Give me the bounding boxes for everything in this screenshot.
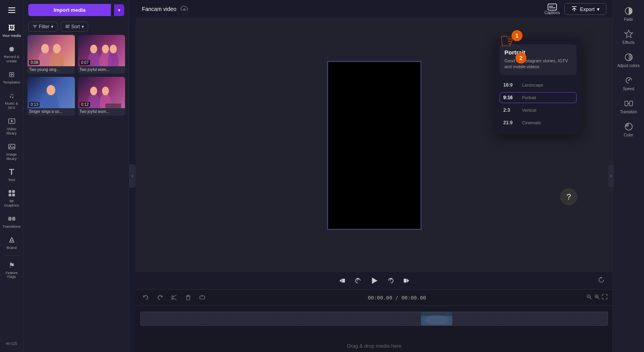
media-grid: 0:08 Two young sing... 0:07 Two joy [24, 35, 129, 116]
right-tool-color[interactable]: Color [615, 119, 643, 140]
media-label-1: Two young sing... [27, 66, 75, 74]
aspect-ratio-panel: Portrait Good for Instagram stories, IGT… [495, 38, 581, 134]
media-label-3: Singer sings a so... [27, 108, 75, 116]
filter-label: Filter [39, 24, 49, 29]
filter-icon [33, 24, 37, 29]
sidebar-item-transitions[interactable]: Transitions [0, 211, 23, 232]
sort-chevron-icon: ▾ [82, 24, 84, 29]
undo-button[interactable] [140, 292, 151, 303]
panel-collapse-button[interactable]: ‹ [129, 164, 136, 188]
svg-marker-48 [407, 279, 409, 283]
svg-marker-41 [339, 279, 342, 283]
svg-marker-1 [11, 120, 13, 122]
import-media-arrow[interactable]: ▾ [114, 4, 124, 16]
sidebar-item-video-library[interactable]: Video library [0, 114, 23, 138]
drag-handle: ☞ [421, 325, 426, 326]
aspect-option-2-3[interactable]: 2:3 Vertical [500, 105, 577, 116]
svg-point-21 [53, 44, 61, 53]
captions-button[interactable]: Captions [544, 4, 560, 15]
aspect-option-21-9[interactable]: 21:9 Cinematic [500, 117, 577, 128]
aspect-ratio-2-3-desc: Vertical [522, 108, 536, 112]
svg-point-31 [90, 87, 97, 95]
svg-point-76 [628, 80, 629, 81]
music-sfx-icon: ♫ [7, 91, 16, 100]
aspect-option-16-9[interactable]: 16:9 Landscape [500, 80, 577, 91]
sidebar-label-feature-flags: FeatureFlags [5, 271, 18, 279]
svg-rect-8 [8, 217, 11, 221]
media-thumb-1[interactable]: 0:08 Two young sing... [27, 35, 75, 74]
aspect-option-9-16[interactable]: 9:16 Portrait [500, 92, 577, 103]
sidebar-item-templates[interactable]: ⊞ Templates [0, 67, 23, 87]
sidebar-label-record-create: Record & create [2, 54, 22, 63]
help-button[interactable]: ? [560, 188, 577, 205]
sort-label: Sort [71, 24, 80, 29]
svg-point-72 [425, 315, 448, 325]
time-display: 00:00.00 / 00:00.00 [211, 295, 583, 301]
forward-5s-button[interactable]: 5 [387, 277, 395, 285]
svg-line-55 [173, 295, 176, 297]
media-thumb-3[interactable]: 0:13 Singer sings a so... [27, 77, 75, 116]
total-time: 00:00.00 [401, 295, 426, 301]
export-button[interactable]: Export ▾ [564, 3, 606, 15]
right-tool-speed[interactable]: Speed [615, 73, 643, 94]
sidebar-item-brand-kit[interactable]: Brand [0, 232, 23, 253]
drag-drop-text: Drag & drop media here [347, 343, 401, 349]
redo-button[interactable] [154, 292, 165, 303]
effects-label: Effects [622, 40, 634, 45]
sort-button[interactable]: Sort ▾ [61, 22, 88, 32]
fit-to-window-button[interactable] [602, 294, 608, 301]
svg-rect-2 [9, 144, 15, 149]
right-tool-effects[interactable]: Effects [615, 26, 643, 48]
speed-icon [624, 76, 633, 85]
aspect-ratio-16-9-desc: Landscape [522, 83, 543, 87]
add-to-timeline-button[interactable] [197, 292, 208, 303]
track-background[interactable]: ☞ [140, 312, 608, 326]
svg-rect-4 [9, 190, 11, 193]
svg-text:5: 5 [357, 279, 358, 282]
color-label: Color [624, 133, 633, 137]
graphics-icon [7, 189, 16, 198]
cut-button[interactable] [169, 292, 180, 303]
rewind-5s-button[interactable]: 5 [354, 277, 362, 285]
video-canvas [327, 61, 421, 230]
time-separator: / [395, 295, 402, 301]
media-thumb-4[interactable]: 0:12 Two joyful wom... [78, 77, 125, 116]
sidebar-item-graphics[interactable]: 88 Graphics [0, 186, 23, 210]
play-button[interactable] [370, 276, 379, 285]
duration-badge-3: 0:13 [29, 102, 40, 107]
import-media-button[interactable]: Import media [28, 4, 111, 16]
media-label-4: Two joyful wom... [78, 108, 125, 116]
transition-label: Transition [620, 110, 637, 114]
feature-flags-icon: ⚑ [7, 261, 16, 270]
sidebar-item-music-sfx[interactable]: ♫ Music & SFX [0, 88, 23, 113]
delete-button[interactable] [183, 292, 194, 303]
svg-point-19 [41, 44, 49, 53]
zoom-controls [586, 294, 608, 301]
track-clip[interactable] [421, 312, 452, 325]
zoom-in-button[interactable] [594, 294, 600, 301]
collapse-right-button[interactable]: › [608, 165, 614, 187]
skip-forward-button[interactable] [403, 277, 410, 285]
filter-sort-row: Filter ▾ Sort ▾ [24, 20, 129, 35]
clip-thumbnail [421, 312, 452, 325]
media-thumb-2[interactable]: 0:07 Two joyful wom... [78, 35, 125, 74]
top-bar: Fancam video Captions [136, 0, 613, 18]
text-icon: T [7, 168, 16, 176]
sidebar-label-graphics: 88 Graphics [2, 199, 22, 207]
right-tool-fade[interactable]: Fade [615, 3, 643, 25]
svg-line-67 [598, 298, 599, 299]
sidebar-item-text[interactable]: T Text [0, 165, 23, 185]
hamburger-menu[interactable] [5, 3, 19, 17]
video-library-icon [7, 117, 16, 125]
right-tool-adjust-colors[interactable]: Adjust colors [615, 49, 643, 71]
sidebar-item-image-library[interactable]: Image library [0, 139, 23, 164]
sidebar-item-feature-flags[interactable]: ⚑ FeatureFlags [0, 258, 23, 282]
captions-icon [548, 4, 557, 11]
sidebar-divider [4, 255, 20, 256]
right-tool-transition[interactable]: Transition [615, 96, 643, 117]
zoom-out-button[interactable] [586, 294, 592, 301]
filter-button[interactable]: Filter ▾ [28, 22, 58, 32]
skip-back-button[interactable] [338, 277, 346, 285]
sidebar-item-your-media[interactable]: 🖼 Your media [0, 20, 23, 41]
sidebar-item-record-create[interactable]: ⏺ Record & create [0, 42, 23, 66]
